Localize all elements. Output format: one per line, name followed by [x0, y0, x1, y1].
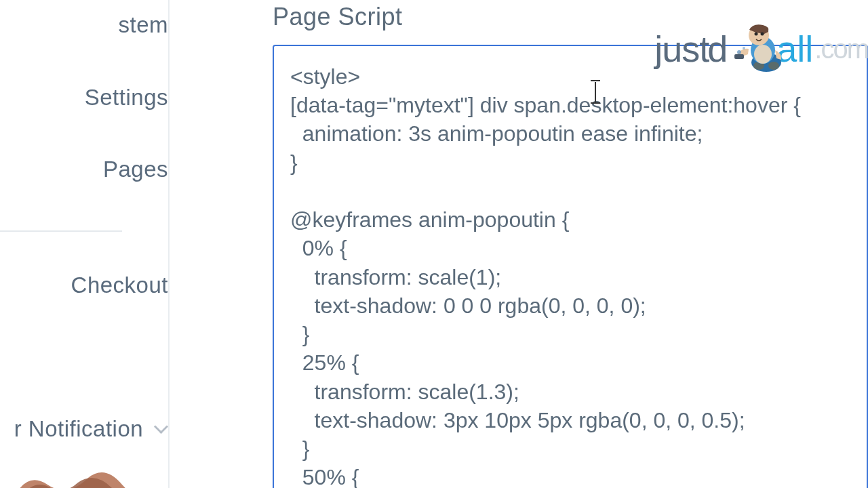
watermark-text-d: d	[707, 28, 728, 70]
sidebar: stem Settings Pages Checkout r Notificat…	[0, 0, 170, 488]
svg-point-7	[761, 33, 764, 36]
sidebar-item-label: r Notification	[14, 416, 143, 441]
mascot-icon	[729, 22, 783, 76]
svg-point-6	[755, 33, 758, 36]
sidebar-item-settings[interactable]: Settings	[0, 85, 168, 110]
svg-point-2	[768, 62, 779, 70]
svg-point-9	[737, 50, 741, 54]
chevron-down-icon	[156, 422, 168, 434]
sidebar-item-system[interactable]: stem	[0, 12, 168, 38]
svg-rect-8	[734, 54, 744, 59]
sidebar-item-label: Pages	[103, 157, 168, 182]
sidebar-item-pages[interactable]: Pages	[0, 157, 168, 182]
svg-point-10	[743, 47, 745, 49]
svg-point-4	[754, 45, 772, 64]
text-cursor-icon	[589, 82, 603, 102]
sidebar-item-checkout[interactable]: Checkout	[0, 272, 168, 298]
watermark-text-just: just	[654, 28, 709, 70]
sidebar-item-label: Settings	[85, 85, 168, 110]
sidebar-decorative-image	[0, 461, 136, 488]
code-content: <style> [data-tag="mytext"] div span.des…	[290, 64, 801, 488]
page-script-input[interactable]: <style> [data-tag="mytext"] div span.des…	[273, 45, 868, 488]
sidebar-item-label: stem	[118, 12, 168, 37]
sidebar-divider	[0, 230, 122, 232]
sidebar-item-notification[interactable]: r Notification	[0, 416, 168, 442]
watermark-text-com: .com	[814, 34, 868, 64]
watermark-logo: just d all .com	[654, 22, 868, 76]
sidebar-item-label: Checkout	[71, 272, 168, 298]
